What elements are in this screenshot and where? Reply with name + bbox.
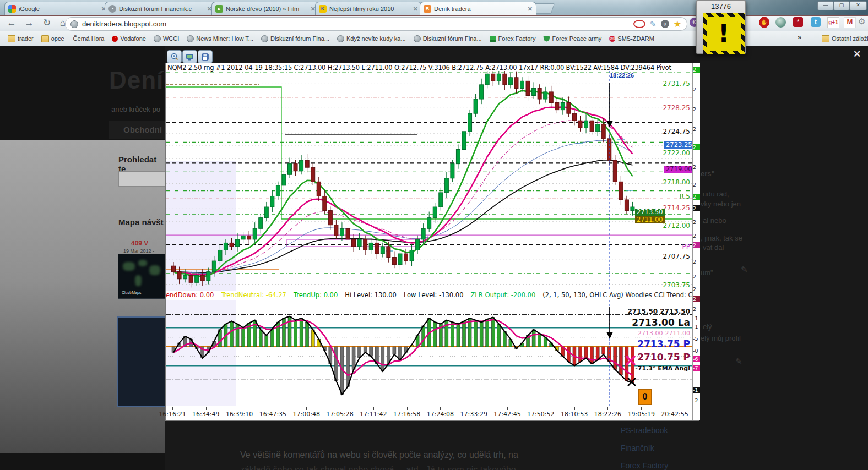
- browser-tab-4[interactable]: KNejlepší filmy roku 2010✕: [315, 2, 422, 15]
- cci-status-item: Low Level: -130.00: [404, 291, 464, 299]
- time-label: 16:39:10: [226, 411, 253, 418]
- lastpass-asterisk-icon[interactable]: *: [793, 17, 803, 27]
- scale-strip-number: -2: [693, 397, 700, 403]
- scale-strip-number: 2: [693, 306, 700, 312]
- bookmark-item-6[interactable]: News Miner: How T...: [187, 31, 253, 46]
- time-tick: [273, 407, 273, 410]
- sidebar-link[interactable]: PS-tradebook: [621, 426, 668, 435]
- indicator-panel-label: -71.3° EMA Angl: [635, 365, 690, 372]
- time-tick: [541, 407, 541, 410]
- time-label: 17:50:52: [527, 411, 554, 418]
- time-label: 20:42:55: [661, 411, 688, 418]
- cursor-time-label: 18:22:26: [610, 72, 634, 79]
- tab-close-icon[interactable]: ✕: [528, 6, 533, 13]
- time-tick: [507, 407, 508, 410]
- bookmarks-overflow-chevron[interactable]: »: [798, 33, 801, 41]
- bookmark-item-1[interactable]: trader: [8, 31, 34, 46]
- bookmark-item-5[interactable]: WCCI: [154, 31, 179, 46]
- bookmark-item-10[interactable]: Forex Factory: [490, 31, 536, 46]
- site-icon: [70, 20, 78, 28]
- map-widget-heading: Mapa návšt: [118, 217, 164, 227]
- save-tool-button[interactable]: [198, 50, 213, 63]
- close-window-button[interactable]: ✕: [849, 1, 867, 10]
- bookmark-item-3[interactable]: Černá Hora: [72, 31, 105, 46]
- lightbulb-icon[interactable]: ϙ: [661, 20, 669, 28]
- time-tick: [440, 407, 441, 410]
- browser-tab-1[interactable]: iGoogle✕: [4, 2, 110, 15]
- tab-close-icon[interactable]: ✕: [413, 6, 418, 13]
- browser-tab-5[interactable]: BDeník tradera✕: [420, 2, 536, 15]
- minimize-button[interactable]: —: [817, 1, 834, 10]
- time-tick: [206, 407, 207, 410]
- indicator-panel-label: 2715.50 2713.50: [628, 308, 691, 315]
- zoom-tool-button[interactable]: [167, 50, 182, 63]
- scale-strip-number: -0: [693, 348, 700, 354]
- time-tick: [306, 407, 307, 410]
- visit-counter-date: 19 Mar 2012 -: [123, 248, 154, 254]
- edit-pencil-icon[interactable]: ✎: [741, 265, 748, 275]
- browser-tab-3[interactable]: ▸Norské dřevo (2010) » Film✕: [211, 2, 319, 15]
- blog-nav-item: Obchodní: [123, 125, 162, 134]
- url-text[interactable]: deniktradera.blogspot.com: [82, 20, 166, 28]
- clustrmap-widget[interactable]: ClustrMaps: [118, 254, 166, 299]
- address-bar[interactable]: deniktradera.blogspot.com ✎ ϙ ★: [65, 17, 687, 31]
- time-label: 16:34:49: [192, 411, 219, 418]
- edit-pencil-icon[interactable]: ✎: [735, 357, 742, 367]
- pen-extension-icon[interactable]: ✎: [650, 20, 657, 29]
- time-tick: [574, 407, 575, 410]
- time-label: 16:47:35: [259, 411, 286, 418]
- bookmark-item-4[interactable]: ’Vodafone: [112, 31, 146, 46]
- twitter-icon[interactable]: t: [811, 17, 821, 27]
- screenshot-tool-button[interactable]: [182, 50, 197, 63]
- time-label: 17:00:48: [292, 411, 319, 418]
- warning-hazard-icon[interactable]: !: [703, 13, 745, 54]
- back-button[interactable]: ←: [4, 16, 19, 30]
- search-widget-heading: Prohledat te: [118, 155, 165, 173]
- other-bookmarks-folder[interactable]: Ostatní záložky: [814, 31, 868, 46]
- blog-body-text-line1: Ve většině komentářů na webu si člověk p…: [240, 450, 518, 460]
- gmail-icon[interactable]: M: [844, 17, 856, 28]
- price-scale-label: 2703.75: [663, 281, 690, 289]
- sidebar-link[interactable]: Forex Factory: [621, 461, 668, 470]
- price-scale-label: PP: [682, 243, 690, 250]
- chart-header-line: NQM2 2.50 rng #1 2012-04-19 18:35:15 C:2…: [167, 64, 691, 72]
- candlestick-chart[interactable]: [166, 71, 692, 291]
- bookmark-item-11[interactable]: Forex Peace army: [543, 31, 601, 46]
- zero-flag-badge: 0: [638, 389, 652, 405]
- session-recorder-icon[interactable]: [633, 20, 645, 28]
- sidebar-text-fragment: vky nebo jen: [701, 200, 741, 208]
- wrench-menu-icon[interactable]: ⚙: [858, 17, 865, 26]
- price-scale-label: 2724.75: [663, 128, 690, 135]
- scale-strip-number: 2: [693, 194, 700, 200]
- highlighted-price-label: 2711.00: [635, 216, 665, 223]
- browser-tab-2[interactable]: ◔Diskuzní fórum Financnik.c✕: [105, 2, 216, 15]
- sidebar-text-fragment: al nebo: [703, 216, 726, 225]
- cci-indicator-panel[interactable]: [166, 300, 692, 406]
- time-tick: [240, 407, 240, 410]
- bookmark-item-12[interactable]: SMSSMS-ZDARM: [609, 31, 654, 46]
- price-scale-strip[interactable]: 22222222222222222-1-1-5-0-6-7-1-2: [692, 63, 700, 420]
- bookmark-label: Když nevíte kudy ka...: [346, 35, 406, 42]
- blog-search-input[interactable]: [118, 171, 166, 187]
- bookmark-star-icon[interactable]: ★: [674, 19, 681, 29]
- bookmark-item-7[interactable]: Diskuzní fórum Fina...: [261, 31, 329, 46]
- sidebar-link[interactable]: Finančník: [621, 444, 654, 452]
- maximize-button[interactable]: ▢: [833, 1, 850, 10]
- forward-button[interactable]: →: [22, 16, 36, 30]
- reload-button[interactable]: ↻: [40, 16, 54, 30]
- scale-strip-number: 2: [693, 242, 700, 248]
- overlay-close-icon[interactable]: ✕: [853, 48, 861, 60]
- blog-nav-bar[interactable]: Obchodní: [109, 121, 165, 139]
- sidebar-text-fragment: elý můj profil: [701, 334, 741, 342]
- price-scale-label: 2718.00: [663, 178, 690, 186]
- trading-chart-window[interactable]: NQM2 2.50 rng #1 2012-04-19 18:35:15 C:2…: [165, 63, 699, 421]
- desktop-warning-gadget[interactable]: 13776 !: [696, 0, 746, 54]
- bookmark-item-9[interactable]: Diskuzní fórum Fina...: [414, 31, 482, 46]
- price-scale-label: 2722.00: [663, 149, 690, 157]
- highlighted-price-label: 2713.50: [635, 209, 665, 216]
- bookmark-item-8[interactable]: Když nevíte kudy ka...: [337, 31, 406, 46]
- bookmark-item-2[interactable]: opce: [41, 31, 64, 46]
- globe-speech-icon[interactable]: [775, 17, 786, 28]
- time-label: 18:10:53: [561, 411, 588, 418]
- google-plus-one-icon[interactable]: g+1: [827, 17, 839, 28]
